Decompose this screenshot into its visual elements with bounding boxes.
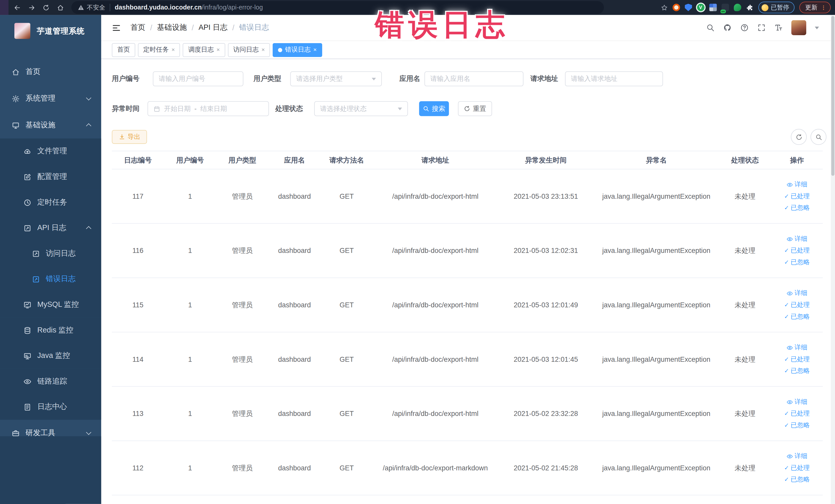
extension-icon-4[interactable]	[709, 4, 716, 11]
page-scrollbar[interactable]	[831, 15, 835, 504]
processed-link[interactable]: ✓已处理	[784, 355, 810, 364]
cell-exception-name: java.lang.IllegalArgumentException	[594, 192, 719, 200]
detail-link[interactable]: 详细	[787, 343, 807, 352]
user-menu-caret-icon[interactable]	[815, 26, 819, 29]
table-row: 116 1 管理员 dashboard GET /api/infra/db-do…	[112, 224, 823, 278]
app-name-input[interactable]	[424, 72, 523, 86]
tab-schedule-log[interactable]: 调度日志×	[183, 43, 225, 57]
cell-method: GET	[321, 355, 373, 363]
table-row: 112 1 管理员 dashboard GET /api/infra/db-do…	[112, 441, 823, 496]
browser-forward-icon[interactable]	[28, 4, 35, 11]
table-row: 115 1 管理员 dashboard GET /api/infra/db-do…	[112, 278, 823, 332]
github-icon[interactable]	[723, 23, 732, 32]
paused-badge[interactable]: 已暂停	[758, 2, 794, 13]
sidebar-item-system[interactable]: 系统管理	[0, 85, 101, 112]
fullscreen-icon[interactable]	[757, 23, 766, 32]
user-id-input[interactable]	[153, 72, 243, 86]
cell-user-id: 1	[164, 355, 216, 363]
sidebar-item-java-monitor[interactable]: Java 监控	[0, 343, 101, 369]
scrollbar-thumb[interactable]	[831, 16, 834, 176]
tab-scheduled-task[interactable]: 定时任务×	[138, 43, 180, 57]
breadcrumb-api-log[interactable]: API 日志	[199, 23, 227, 32]
process-status-select[interactable]	[314, 101, 408, 116]
detail-link[interactable]: 详细	[787, 398, 807, 406]
active-dot-icon	[278, 48, 283, 52]
cell-exception-time: 2021-05-03 12:01:49	[498, 301, 594, 309]
reset-button[interactable]: 重置	[458, 101, 492, 116]
detail-link[interactable]: 详细	[787, 288, 807, 298]
processed-link[interactable]: ✓已处理	[784, 300, 810, 309]
sidebar-item-access-log[interactable]: 访问日志	[0, 241, 101, 266]
extension-icon-6[interactable]	[734, 4, 741, 11]
browser-reload-icon[interactable]	[43, 4, 49, 11]
table-zoom-button[interactable]	[811, 129, 827, 145]
sidebar-item-file-manage[interactable]: 文件管理	[0, 138, 101, 164]
request-url-input[interactable]	[565, 72, 663, 86]
close-icon[interactable]: ×	[261, 47, 265, 53]
processed-link[interactable]: ✓已处理	[784, 246, 810, 255]
export-button[interactable]: 导出	[112, 130, 147, 144]
sidebar-item-home[interactable]: 首页	[0, 59, 101, 85]
browser-back-icon[interactable]	[14, 4, 21, 11]
sidebar-item-error-log[interactable]: 错误日志	[0, 266, 101, 292]
close-icon[interactable]: ×	[171, 47, 175, 53]
tab-access-log[interactable]: 访问日志×	[228, 43, 270, 57]
ignored-link[interactable]: ✓已忽略	[784, 312, 810, 321]
detail-link[interactable]: 详细	[787, 180, 807, 189]
cell-method: GET	[321, 409, 373, 418]
tab-error-log[interactable]: 错误日志×	[273, 43, 322, 57]
sidebar-item-scheduled-task[interactable]: 定时任务	[0, 190, 101, 216]
clock-icon	[23, 199, 31, 206]
ignored-link[interactable]: ✓已忽略	[784, 258, 810, 267]
sidebar-item-api-log[interactable]: API 日志	[0, 215, 101, 241]
address-bar[interactable]: 不安全 dashboard.yudao.iocoder.cn /infra/lo…	[72, 1, 604, 14]
browser-home-icon[interactable]	[57, 4, 64, 11]
detail-link[interactable]: 详细	[787, 235, 807, 243]
breadcrumb-home[interactable]: 首页	[130, 23, 145, 32]
app-logo-row[interactable]: 芋道管理系统	[0, 15, 101, 47]
extensions-puzzle-icon[interactable]	[746, 4, 753, 11]
search-button[interactable]: 搜索	[419, 101, 449, 116]
ignored-link[interactable]: ✓已忽略	[784, 421, 810, 430]
help-icon[interactable]	[740, 23, 749, 32]
tab-home[interactable]: 首页	[112, 43, 135, 57]
sidebar-item-trace[interactable]: 链路追踪	[0, 369, 101, 395]
sidebar-collapse-icon[interactable]	[112, 23, 121, 32]
user-avatar[interactable]	[791, 20, 806, 35]
refresh-table-button[interactable]	[791, 129, 807, 145]
processed-link[interactable]: ✓已处理	[784, 192, 810, 201]
date-range-picker[interactable]: 开始日期 - 结束日期	[148, 101, 269, 116]
ignored-link[interactable]: ✓已忽略	[784, 475, 810, 484]
processed-link[interactable]: ✓已处理	[784, 409, 810, 418]
close-icon[interactable]: ×	[217, 47, 220, 53]
cell-user-id: 1	[164, 301, 216, 309]
extension-icon-1[interactable]	[672, 4, 680, 11]
search-icon[interactable]	[706, 23, 715, 32]
close-icon[interactable]: ×	[313, 47, 317, 53]
extension-icon-2[interactable]	[685, 4, 692, 11]
process-status-label: 处理状态	[276, 101, 303, 116]
sidebar-item-log-center[interactable]: 日志中心	[0, 394, 101, 420]
sidebar-item-infra[interactable]: 基础设施	[0, 112, 101, 139]
sidebar-item-redis-monitor[interactable]: Redis 监控	[0, 317, 101, 343]
sidebar-item-config-manage[interactable]: 配置管理	[0, 164, 101, 190]
ignored-link[interactable]: ✓已忽略	[784, 204, 810, 213]
chevron-up-icon	[86, 123, 91, 129]
detail-link[interactable]: 详细	[787, 451, 807, 461]
font-size-icon[interactable]	[774, 23, 782, 32]
user-type-select[interactable]	[290, 72, 382, 86]
processed-link[interactable]: ✓已处理	[784, 463, 810, 472]
cell-exception-time: 2021-05-02 23:32:28	[498, 409, 594, 418]
ignored-link[interactable]: ✓已忽略	[784, 366, 810, 375]
date-separator: -	[194, 105, 197, 113]
extension-icon-3[interactable]: V	[697, 4, 704, 11]
extension-icon-5[interactable]: on	[721, 4, 729, 11]
check-icon: ✓	[784, 356, 789, 363]
browser-menu-icon[interactable]	[821, 5, 827, 11]
browser-update-button[interactable]: 更新	[799, 2, 831, 13]
cell-request-url: /api/infra/db-doc/export-html	[373, 355, 498, 363]
sidebar-item-mysql-monitor[interactable]: MySQL 监控	[0, 292, 101, 318]
bookmark-star-icon[interactable]	[661, 4, 668, 11]
breadcrumb-infra[interactable]: 基础设施	[157, 23, 187, 32]
check-icon: ✓	[784, 313, 789, 320]
